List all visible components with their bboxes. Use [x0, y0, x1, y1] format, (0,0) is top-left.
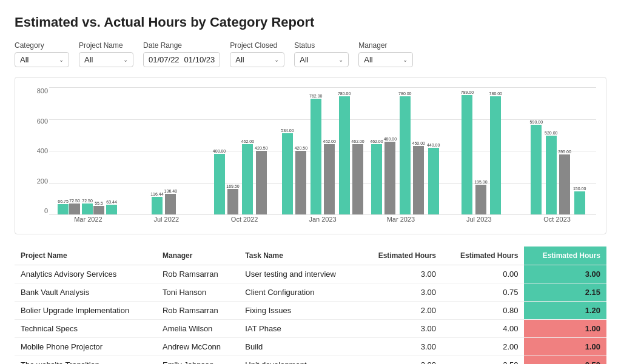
x-label-0: Mar 2022 [52, 214, 125, 227]
project-name-filter: Project Name All ⌄ [79, 41, 133, 67]
bar-gray [295, 151, 306, 214]
y-tick-800: 800 [37, 87, 48, 94]
table-cell-0: Mobile Phone Projector [15, 338, 156, 356]
table-cell-1: Rob Ramsarran [156, 265, 239, 283]
bar-teal-label: 780.00 [338, 91, 351, 96]
bar-gray-label: 462.00 [351, 139, 364, 144]
table-cell-0: Bank Vault Analysis [15, 283, 156, 302]
table-cell-0: Bolier Upgrade Implementation [15, 302, 156, 320]
table-cell-2: Client Configuration [239, 283, 360, 302]
table-cell-5: 2.15 [524, 283, 606, 302]
table-cell-0: The website Transition [15, 356, 156, 365]
data-table: Project Name Manager Task Name Estimated… [15, 247, 606, 364]
manager-select[interactable]: All ⌄ [358, 52, 413, 67]
bar-teal [531, 125, 542, 214]
date-range-input[interactable]: 01/07/22 01/10/23 [143, 52, 220, 67]
bar-gray [384, 142, 395, 214]
bar-teal [152, 197, 163, 214]
table-row: Mobile Phone ProjectorAndrew McConnBuild… [15, 338, 606, 356]
project-closed-select[interactable]: All ⌄ [230, 52, 284, 67]
bar-teal [490, 96, 501, 214]
x-label-6: Oct 2023 [520, 214, 594, 227]
bar-teal-label: 150.00 [573, 187, 586, 191]
col-est-hours-3: Estimated Hours [524, 247, 606, 265]
table-cell-4: 0.75 [442, 283, 524, 302]
bar-group-0: 66.7572.5072.5055.563.44 [52, 199, 123, 214]
col-est-hours-2: Estimated Hours [442, 247, 524, 265]
bar-teal [400, 96, 411, 214]
bar-teal [574, 191, 585, 214]
table-cell-1: Andrew McConn [156, 338, 239, 356]
bar-gray-label: 195.00 [474, 180, 487, 184]
bar-teal-label: 440.00 [427, 143, 440, 147]
bar-teal-label: 780.00 [489, 91, 502, 96]
bar-chart: 800 600 400 200 0 66.7572.5072.5055.563.… [15, 77, 606, 234]
bar-gray [227, 189, 238, 214]
table-row: The website TransitionEmily JohnsonUnit … [15, 356, 606, 365]
bar-teal [339, 96, 350, 214]
col-project-name: Project Name [15, 247, 156, 265]
col-task-name: Task Name [239, 247, 360, 265]
status-select[interactable]: All ⌄ [294, 52, 349, 67]
status-label: Status [294, 41, 349, 50]
bar-group-3: 534.00420.50762.00462.00780.00462.00 [281, 91, 364, 214]
filters-bar: Category All ⌄ Project Name All ⌄ Date R… [15, 41, 606, 67]
bar-teal-label: 789.00 [461, 90, 474, 94]
bar-teal-label: 66.75 [58, 199, 69, 204]
table-cell-3: 3.00 [360, 265, 442, 283]
table-cell-2: Unit development [239, 356, 360, 365]
status-chevron: ⌄ [338, 56, 343, 63]
table-header-row: Project Name Manager Task Name Estimated… [15, 247, 606, 265]
bar-teal [82, 204, 93, 214]
table-row: Bolier Upgrade ImplementationRob Ramsarr… [15, 302, 606, 320]
manager-label: Manager [358, 41, 413, 50]
bar-gray [256, 151, 267, 214]
table-row: Analytics Advisory ServicesRob Ramsarran… [15, 265, 606, 283]
bar-gray [475, 185, 486, 214]
table-cell-5: 1.00 [524, 320, 606, 338]
table-cell-4: 4.00 [442, 320, 524, 338]
table-cell-4: 2.50 [442, 356, 524, 365]
table-cell-3: 2.00 [360, 356, 442, 365]
bar-teal-label: 72.50 [82, 199, 93, 203]
bar-teal [214, 154, 225, 214]
bar-teal [106, 205, 117, 214]
date-range-label: Date Range [143, 41, 220, 50]
col-manager: Manager [156, 247, 239, 265]
category-filter: Category All ⌄ [15, 41, 69, 67]
bar-group-2: 400.00169.50462.00420.50 [204, 139, 276, 214]
manager-chevron: ⌄ [403, 56, 408, 63]
bar-teal-label: 590.00 [530, 120, 543, 124]
table-cell-2: Fixing Issues [239, 302, 360, 320]
bar-gray-label: 480.00 [384, 137, 397, 141]
table-cell-0: Technical Specs [15, 320, 156, 338]
bar-group-1: 116.44136.40 [128, 189, 200, 214]
bar-gray [69, 204, 80, 214]
bar-teal-label: 116.44 [150, 192, 163, 196]
bar-teal-label: 762.00 [309, 94, 322, 98]
table-cell-1: Amelia Wilson [156, 320, 239, 338]
bar-gray [165, 194, 176, 214]
project-name-select[interactable]: All ⌄ [79, 52, 133, 67]
y-tick-400: 400 [37, 147, 48, 154]
bar-gray [413, 146, 424, 214]
y-tick-0: 0 [44, 207, 48, 214]
table-cell-3: 3.00 [360, 283, 442, 302]
manager-filter: Manager All ⌄ [358, 41, 413, 67]
table-cell-5: 0.50 [524, 356, 606, 365]
table-row: Technical SpecsAmelia WilsonIAT Phase3.0… [15, 320, 606, 338]
y-tick-600: 600 [37, 117, 48, 125]
table-cell-4: 0.00 [442, 265, 524, 283]
project-closed-filter: Project Closed All ⌄ [230, 41, 284, 67]
bar-teal-label: 534.00 [281, 128, 294, 133]
table-cell-1: Toni Hanson [156, 283, 239, 302]
category-select[interactable]: All ⌄ [15, 52, 69, 67]
bar-group-5: 789.00195.00780.00 [446, 90, 517, 214]
bar-teal [58, 204, 69, 214]
bar-teal-label: 462.00 [370, 139, 383, 144]
col-est-hours-1: Estimated Hours [360, 247, 442, 265]
table-cell-5: 3.00 [524, 265, 606, 283]
table-cell-4: 2.00 [442, 338, 524, 356]
date-range-filter: Date Range 01/07/22 01/10/23 [143, 41, 220, 67]
y-tick-200: 200 [37, 177, 48, 185]
